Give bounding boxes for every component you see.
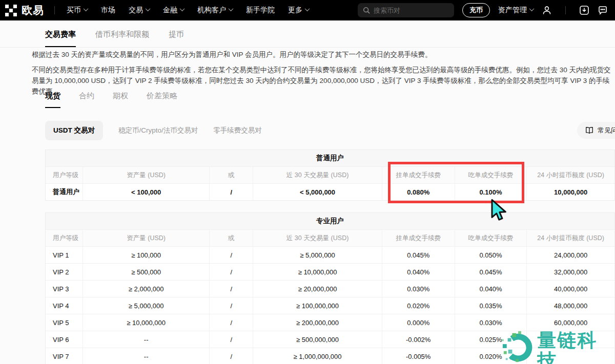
tab-options[interactable]: 期权: [113, 91, 128, 108]
table-cell: /: [209, 184, 253, 200]
chip-stable-crypto-fiat-pairs[interactable]: 稳定币/Crypto/法币交易对: [118, 126, 198, 135]
table-cell: /: [209, 348, 253, 364]
table-cell: -0.002%: [382, 331, 455, 348]
table-cell: /: [209, 281, 253, 297]
table-cell: ≥ 100,000: [83, 247, 210, 263]
table-cell: --: [83, 348, 210, 364]
table-title: 专业用户: [46, 213, 614, 229]
table-cell: 0.045%: [455, 264, 527, 280]
column-header: 或: [209, 230, 253, 246]
chip-usdt-pairs[interactable]: USDT 交易对: [45, 121, 103, 140]
table-cell: < 100,000: [83, 184, 210, 200]
column-header: 挂单成交手续费: [382, 230, 455, 246]
watermark-title: 量链科技: [537, 330, 615, 364]
intro-text: 根据过去 30 天的资产量或交易量的不同，用户区分为普通用户和 VIP 会员用户…: [32, 49, 615, 97]
table-cell: 10,000,000: [526, 184, 614, 200]
table-cell: ≥ 500,000: [83, 264, 210, 280]
search-input[interactable]: [374, 7, 445, 14]
table-row: VIP 1≥ 100,000/≥ 5,000,0000.045%0.050%24…: [46, 246, 614, 263]
deposit-button[interactable]: 充币: [462, 3, 490, 17]
table-header-row: 用户等级资产量 (USD)或近 30 天交易量 (USD)挂单成交手续费吃单成交…: [46, 166, 614, 183]
table-cell: ≥ 10,000,000: [253, 264, 382, 280]
pair-filter-chips: USDT 交易对 稳定币/Crypto/法币交易对 零手续费交易对: [45, 121, 262, 140]
table-cell: 60,000,000: [526, 314, 614, 331]
nav-item-more[interactable]: 更多: [288, 6, 309, 15]
table-cell: 32,000,000: [526, 264, 614, 280]
tab-futures[interactable]: 合约: [79, 91, 94, 108]
okx-logo-icon[interactable]: [5, 5, 17, 16]
table-cell: 0.020%: [382, 297, 455, 314]
table-cell: ≥ 1,000,000,000: [253, 348, 382, 364]
table-cell: < 5,000,000: [253, 184, 382, 200]
table-cell: ≥ 2,000,000: [83, 281, 210, 297]
tab-spot[interactable]: 现货: [45, 91, 60, 108]
nav-item-trade[interactable]: 交易: [129, 6, 150, 15]
column-header: 资产量 (USD): [83, 230, 210, 246]
market-tabbar: 现货 合约 期权 价差策略: [45, 91, 177, 108]
tab-spread[interactable]: 价差策略: [147, 91, 177, 108]
chevron-down-icon: [84, 6, 89, 11]
table-cell: ≥ 20,000,000: [253, 281, 382, 297]
column-header: 吃单成交手续费: [455, 167, 527, 183]
chip-zero-fee-pairs[interactable]: 零手续费交易对: [213, 126, 262, 135]
column-header: 挂单成交手续费: [382, 167, 455, 183]
table-cell: 普通用户: [46, 184, 83, 200]
book-icon: [585, 126, 593, 134]
nav-item-finance[interactable]: 金融: [163, 6, 184, 15]
nav-item-buy-crypto[interactable]: 买币: [67, 6, 88, 15]
assets-menu[interactable]: 资产管理: [498, 6, 534, 15]
search-box[interactable]: [358, 3, 454, 17]
chevron-down-icon: [529, 6, 535, 11]
table-cell: 40,000,000: [526, 281, 614, 297]
table-row: VIP 5≥ 10,000,000/≥ 200,000,0000.000%0.0…: [46, 314, 614, 331]
column-header: 或: [209, 167, 253, 183]
nav-item-institutional[interactable]: 机构客户: [197, 6, 233, 15]
table-cell: 0.030%: [455, 314, 527, 331]
page-tabbar: 交易费率 借币利率和限额 提币: [0, 23, 615, 48]
table-cell: -0.005%: [382, 348, 455, 364]
table-cell: /: [209, 331, 253, 348]
faq-button[interactable]: 常见问题: [577, 122, 615, 139]
table-cell: ≥ 5,000,000: [83, 297, 210, 314]
table-cell: 0.050%: [455, 247, 527, 263]
chevron-down-icon: [180, 6, 185, 11]
regular-user-table: 普通用户 用户等级资产量 (USD)或近 30 天交易量 (USD)挂单成交手续…: [45, 149, 615, 201]
table-cell: /: [209, 297, 253, 314]
profile-icon[interactable]: [542, 5, 552, 15]
intro-paragraph-1: 根据过去 30 天的资产量或交易量的不同，用户区分为普通用户和 VIP 会员用户…: [32, 49, 615, 60]
table-cell: 0.100%: [455, 184, 527, 200]
nav-divider: [54, 6, 55, 14]
table-cell: ≥ 100,000,000: [253, 297, 382, 314]
column-header: 24 小时提币额度 (USD): [526, 167, 614, 183]
table-cell: 0.000%: [382, 314, 455, 331]
nav-divider: [565, 6, 566, 14]
column-header: 资产量 (USD): [83, 167, 210, 183]
table-cell: /: [209, 264, 253, 280]
column-header: 吃单成交手续费: [455, 230, 527, 246]
table-cell: VIP 6: [46, 331, 83, 348]
tab-withdrawal[interactable]: 提币: [169, 23, 184, 47]
tab-borrow-rates[interactable]: 借币利率和限额: [95, 23, 149, 47]
column-header: 用户等级: [46, 167, 83, 183]
top-nav: 欧易 买币 市场 交易 金融 机构客户 新手学院 更多 充币 资产管理: [0, 0, 615, 20]
table-title: 普通用户: [46, 150, 614, 166]
nav-item-markets[interactable]: 市场: [101, 6, 115, 15]
table-cell: ≥ 5,000,000: [253, 247, 382, 263]
table-cell: /: [209, 247, 253, 263]
column-header: 24 小时提币额度 (USD): [526, 230, 614, 246]
table-cell: /: [209, 314, 253, 331]
table-cell: 0.040%: [382, 264, 455, 280]
watermark: 量链科技 QFSP.NET: [501, 330, 615, 364]
tab-trading-fees[interactable]: 交易费率: [45, 23, 76, 47]
table-cell: VIP 4: [46, 297, 83, 314]
table-cell: 0.080%: [382, 184, 455, 200]
nav-item-academy[interactable]: 新手学院: [246, 6, 275, 15]
download-app-icon[interactable]: [579, 5, 589, 15]
table-cell: 48,000,000: [526, 297, 614, 314]
table-cell: 0.045%: [382, 247, 455, 263]
brand-name[interactable]: 欧易: [22, 3, 44, 17]
table-cell: VIP 1: [46, 247, 83, 263]
table-cell: ≥ 200,000,000: [253, 314, 382, 331]
support-chat-icon[interactable]: [598, 5, 608, 15]
table-cell: --: [83, 331, 210, 348]
